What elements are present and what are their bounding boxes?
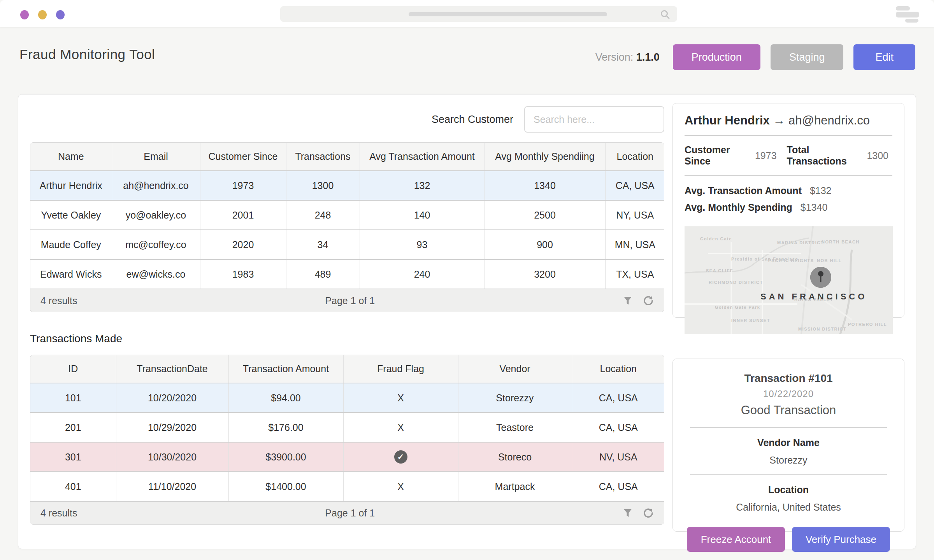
transaction-row[interactable]: 101 10/20/2020 $94.00 X Storezzy CA, USA bbox=[30, 383, 664, 413]
col-avg-monthly-spending[interactable]: Avg Monthly Spendiing bbox=[485, 143, 605, 171]
cell-amount[interactable]: $1400.00 bbox=[228, 472, 343, 501]
customer-row[interactable]: Maude Coffey mc@coffey.co 2020 34 93 900… bbox=[30, 230, 664, 259]
cell-name[interactable]: Yvette Oakley bbox=[30, 200, 112, 230]
col-transaction-date[interactable]: TransactionDate bbox=[116, 355, 228, 383]
col-transaction-amount[interactable]: Transaction Amount bbox=[228, 355, 343, 383]
cell-avg-monthly-spending[interactable]: 1340 bbox=[485, 171, 605, 200]
cell-txn-location[interactable]: CA, USA bbox=[572, 472, 664, 501]
location-label: Location bbox=[686, 484, 891, 495]
cell-fraud-flag[interactable]: X bbox=[343, 472, 458, 501]
cell-date[interactable]: 11/10/2020 bbox=[116, 472, 228, 501]
cell-id[interactable]: 301 bbox=[30, 442, 116, 472]
cell-email[interactable]: yo@oakley.co bbox=[112, 200, 200, 230]
window-maximize-dot[interactable] bbox=[56, 10, 65, 19]
cell-location[interactable]: CA, USA bbox=[605, 171, 664, 200]
col-avg-transaction-amount[interactable]: Avg Transaction Amount bbox=[360, 143, 485, 171]
cell-name[interactable]: Arthur Hendrix bbox=[30, 171, 112, 200]
edit-button[interactable]: Edit bbox=[853, 44, 915, 70]
cell-transactions[interactable]: 34 bbox=[286, 230, 360, 259]
cell-name[interactable]: Edward Wicks bbox=[30, 259, 112, 289]
col-txn-location[interactable]: Location bbox=[572, 355, 664, 383]
filter-icon[interactable] bbox=[623, 508, 633, 518]
cell-fraud-flag[interactable]: X bbox=[343, 413, 458, 442]
refresh-icon[interactable] bbox=[643, 295, 654, 306]
cell-avg-monthly-spending[interactable]: 2500 bbox=[485, 200, 605, 230]
transaction-row[interactable]: 201 10/29/2020 $176.00 X Teastore CA, US… bbox=[30, 413, 664, 442]
cell-txn-location[interactable]: CA, USA bbox=[572, 413, 664, 442]
cell-avg-transaction-amount[interactable]: 132 bbox=[360, 171, 485, 200]
cell-avg-transaction-amount[interactable]: 240 bbox=[360, 259, 485, 289]
cell-vendor[interactable]: Storeco bbox=[458, 442, 572, 472]
cell-vendor[interactable]: Martpack bbox=[458, 472, 572, 501]
cell-customer-since[interactable]: 1983 bbox=[200, 259, 286, 289]
cell-customer-since[interactable]: 1973 bbox=[200, 171, 286, 200]
transactions-table: ID TransactionDate Transaction Amount Fr… bbox=[30, 355, 664, 525]
col-name[interactable]: Name bbox=[30, 143, 112, 171]
cell-transactions[interactable]: 489 bbox=[286, 259, 360, 289]
vendor-name-label: Vendor Name bbox=[686, 437, 891, 448]
cell-email[interactable]: mc@coffey.co bbox=[112, 230, 200, 259]
customer-row[interactable]: Edward Wicks ew@wicks.co 1983 489 240 32… bbox=[30, 259, 664, 289]
cell-avg-monthly-spending[interactable]: 900 bbox=[485, 230, 605, 259]
cell-vendor[interactable]: Storezzy bbox=[458, 383, 572, 413]
window-minimize-dot[interactable] bbox=[38, 10, 47, 19]
col-fraud-flag[interactable]: Fraud Flag bbox=[343, 355, 458, 383]
cell-email[interactable]: ew@wicks.co bbox=[112, 259, 200, 289]
map-label-pacific-heights: PACIFIC HEIGHTS bbox=[768, 258, 814, 263]
cell-name[interactable]: Maude Coffey bbox=[30, 230, 112, 259]
customer-since-label: Customer Since bbox=[685, 144, 749, 167]
address-bar[interactable] bbox=[280, 6, 677, 22]
verify-purchase-button[interactable]: Verify Purchase bbox=[792, 527, 890, 552]
cell-customer-since[interactable]: 2001 bbox=[200, 200, 286, 230]
cell-amount[interactable]: $94.00 bbox=[228, 383, 343, 413]
transaction-row[interactable]: 401 11/10/2020 $1400.00 X Martpack CA, U… bbox=[30, 472, 664, 501]
cell-location[interactable]: MN, USA bbox=[605, 230, 664, 259]
cell-email[interactable]: ah@hendrix.co bbox=[112, 171, 200, 200]
cell-txn-location[interactable]: CA, USA bbox=[572, 383, 664, 413]
filter-icon[interactable] bbox=[623, 296, 633, 306]
cell-location[interactable]: NY, USA bbox=[605, 200, 664, 230]
freeze-account-button[interactable]: Freeze Account bbox=[687, 527, 785, 552]
customer-row[interactable]: Yvette Oakley yo@oakley.co 2001 248 140 … bbox=[30, 200, 664, 230]
staging-button[interactable]: Staging bbox=[771, 44, 844, 70]
cell-avg-transaction-amount[interactable]: 140 bbox=[360, 200, 485, 230]
cell-date[interactable]: 10/20/2020 bbox=[116, 383, 228, 413]
transactions-table-footer: 4 results Page 1 of 1 bbox=[30, 502, 664, 524]
col-transactions[interactable]: Transactions bbox=[286, 143, 360, 171]
cell-transactions[interactable]: 248 bbox=[286, 200, 360, 230]
customer-row[interactable]: Arthur Hendrix ah@hendrix.co 1973 1300 1… bbox=[30, 171, 664, 200]
map-label-inner-sunset: INNER SUNSET bbox=[731, 318, 770, 323]
cell-customer-since[interactable]: 2020 bbox=[200, 230, 286, 259]
cell-avg-monthly-spending[interactable]: 3200 bbox=[485, 259, 605, 289]
cell-date[interactable]: 10/30/2020 bbox=[116, 442, 228, 472]
map-city-label: SAN FRANCISCO bbox=[760, 292, 867, 301]
cell-date[interactable]: 10/29/2020 bbox=[116, 413, 228, 442]
cell-transactions[interactable]: 1300 bbox=[286, 171, 360, 200]
col-id[interactable]: ID bbox=[30, 355, 116, 383]
cell-id[interactable]: 201 bbox=[30, 413, 116, 442]
window-close-dot[interactable] bbox=[20, 10, 29, 19]
col-customer-since[interactable]: Customer Since bbox=[200, 143, 286, 171]
cell-avg-transaction-amount[interactable]: 93 bbox=[360, 230, 485, 259]
col-location[interactable]: Location bbox=[605, 143, 664, 171]
cell-amount[interactable]: $176.00 bbox=[228, 413, 343, 442]
search-icon[interactable] bbox=[660, 9, 670, 21]
cell-id[interactable]: 101 bbox=[30, 383, 116, 413]
transaction-row[interactable]: 301 10/30/2020 $3900.00 ✓ Storeco NV, US… bbox=[30, 442, 664, 472]
cell-txn-location[interactable]: NV, USA bbox=[572, 442, 664, 472]
customer-search-input[interactable] bbox=[524, 106, 664, 133]
col-vendor[interactable]: Vendor bbox=[458, 355, 572, 383]
cell-fraud-flag[interactable]: X bbox=[343, 383, 458, 413]
refresh-icon[interactable] bbox=[643, 508, 654, 518]
cell-location[interactable]: TX, USA bbox=[605, 259, 664, 289]
cell-fraud-flag[interactable]: ✓ bbox=[343, 442, 458, 472]
cell-vendor[interactable]: Teastore bbox=[458, 413, 572, 442]
customers-page-indicator: Page 1 of 1 bbox=[77, 295, 623, 306]
cell-id[interactable]: 401 bbox=[30, 472, 116, 501]
production-button[interactable]: Production bbox=[673, 44, 760, 70]
customer-email: ah@hendrix.co bbox=[788, 114, 870, 127]
browser-menu-icon[interactable] bbox=[894, 6, 919, 22]
col-email[interactable]: Email bbox=[112, 143, 200, 171]
cell-amount[interactable]: $3900.00 bbox=[228, 442, 343, 472]
transaction-detail-panel: Transaction #101 10/22/2020 Good Transac… bbox=[672, 359, 904, 532]
